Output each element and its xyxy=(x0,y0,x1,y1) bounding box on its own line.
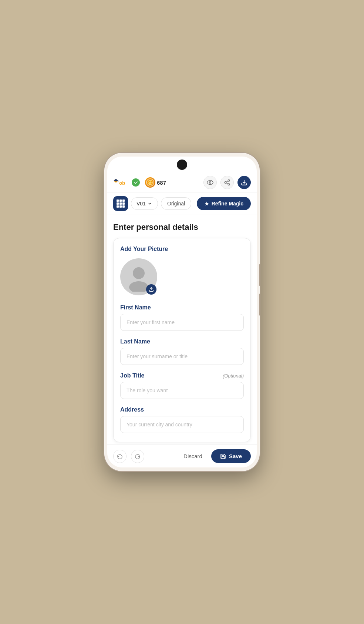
first-name-input[interactable] xyxy=(120,314,244,331)
last-name-label: Last Name xyxy=(120,338,244,345)
original-button[interactable]: Original xyxy=(161,197,191,210)
svg-point-10 xyxy=(228,184,230,185)
verified-badge xyxy=(132,178,140,187)
logo-area: ob xyxy=(113,177,140,188)
original-label: Original xyxy=(167,201,185,207)
app-logo: ob xyxy=(113,177,129,188)
download-button[interactable] xyxy=(237,176,251,189)
avatar-area xyxy=(120,258,157,295)
chevron-down-icon xyxy=(147,201,152,206)
content-area: Enter personal details Add Your Picture xyxy=(107,215,257,444)
refine-magic-button[interactable]: Refine Magic xyxy=(197,197,251,210)
grid-button[interactable] xyxy=(113,196,128,211)
refine-label: Refine Magic xyxy=(212,201,243,207)
first-name-label: First Name xyxy=(120,304,244,311)
status-bar xyxy=(107,157,257,173)
svg-point-4 xyxy=(147,179,154,186)
svg-line-12 xyxy=(226,181,228,182)
svg-point-9 xyxy=(225,182,226,184)
eye-button[interactable] xyxy=(203,176,217,189)
job-title-label: Job Title (Optional) xyxy=(120,372,244,379)
coin-icon xyxy=(145,177,155,188)
grid-icon xyxy=(117,199,125,208)
redo-icon xyxy=(135,453,141,459)
svg-point-15 xyxy=(129,281,148,292)
upload-icon xyxy=(149,287,154,292)
address-input[interactable] xyxy=(120,416,244,433)
page-title: Enter personal details xyxy=(113,222,251,232)
last-name-input[interactable] xyxy=(120,348,244,365)
toolbar: V01 Original Refine Magic xyxy=(107,192,257,215)
version-selector[interactable]: V01 xyxy=(131,197,158,210)
svg-point-14 xyxy=(133,267,145,279)
phone-frame: ob 687 xyxy=(104,153,260,471)
coins-area: 687 xyxy=(145,177,166,188)
svg-marker-6 xyxy=(148,181,152,184)
sparkle-icon xyxy=(204,201,209,206)
bottom-bar: Discard Save xyxy=(107,444,257,467)
top-nav: ob 687 xyxy=(107,173,257,192)
svg-text:ob: ob xyxy=(119,180,125,186)
coins-count: 687 xyxy=(157,180,166,186)
svg-line-11 xyxy=(226,183,228,184)
job-title-input[interactable] xyxy=(120,382,244,399)
version-label: V01 xyxy=(136,201,146,207)
phone-screen: ob 687 xyxy=(107,157,257,467)
svg-point-7 xyxy=(209,182,211,184)
address-label: Address xyxy=(120,406,244,413)
undo-icon xyxy=(117,453,123,459)
power-button xyxy=(259,293,260,316)
share-button[interactable] xyxy=(220,176,234,189)
save-icon xyxy=(220,453,226,459)
redo-button[interactable] xyxy=(131,450,144,463)
save-label: Save xyxy=(229,453,242,459)
svg-point-5 xyxy=(148,180,152,185)
volume-button xyxy=(259,264,260,286)
camera-notch xyxy=(177,160,187,170)
save-button[interactable]: Save xyxy=(211,449,251,463)
discard-button[interactable]: Discard xyxy=(179,450,207,462)
undo-button[interactable] xyxy=(113,450,127,463)
form-card: Add Your Picture xyxy=(113,238,251,442)
picture-section-title: Add Your Picture xyxy=(120,246,244,252)
svg-point-8 xyxy=(228,180,230,182)
job-title-optional: (Optional) xyxy=(223,373,244,379)
avatar-upload-button[interactable] xyxy=(146,284,156,295)
